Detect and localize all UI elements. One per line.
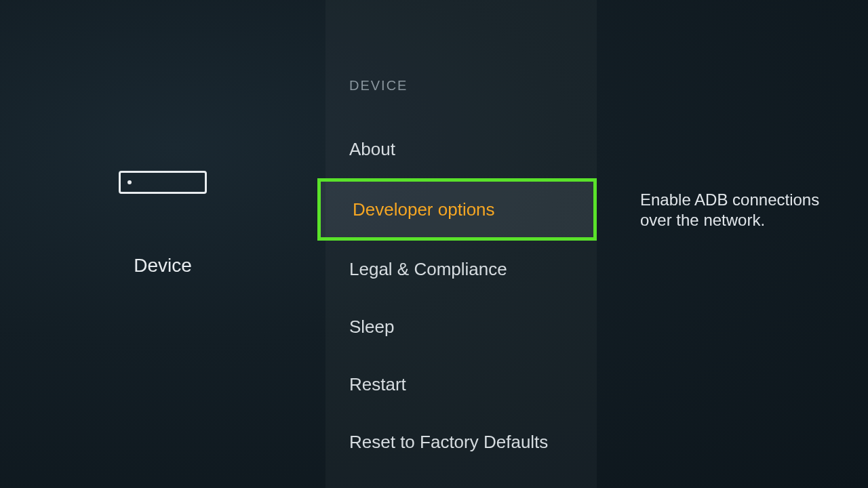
- center-menu-panel: DEVICE About Developer options Legal & C…: [326, 0, 597, 488]
- menu-item-label: About: [349, 139, 395, 160]
- left-panel: Device: [0, 0, 326, 488]
- menu-item-developer-options[interactable]: Developer options: [317, 178, 597, 241]
- menu-item-about[interactable]: About: [326, 121, 597, 178]
- device-icon: [119, 171, 207, 194]
- menu-item-label: Developer options: [353, 199, 495, 220]
- menu-item-label: Legal & Compliance: [349, 259, 507, 280]
- menu-item-factory-reset[interactable]: Reset to Factory Defaults: [326, 413, 597, 471]
- menu-item-restart[interactable]: Restart: [326, 356, 597, 413]
- left-panel-title: Device: [134, 255, 192, 277]
- menu-item-label: Sleep: [349, 317, 395, 338]
- menu-item-sleep[interactable]: Sleep: [326, 298, 597, 356]
- menu-header: DEVICE: [326, 78, 597, 94]
- menu-list: About Developer options Legal & Complian…: [326, 121, 597, 471]
- item-description: Enable ADB connections over the network.: [640, 190, 841, 230]
- right-description-panel: Enable ADB connections over the network.: [597, 0, 868, 488]
- menu-item-label: Restart: [349, 374, 406, 395]
- menu-item-label: Reset to Factory Defaults: [349, 432, 548, 453]
- menu-item-legal-compliance[interactable]: Legal & Compliance: [326, 241, 597, 298]
